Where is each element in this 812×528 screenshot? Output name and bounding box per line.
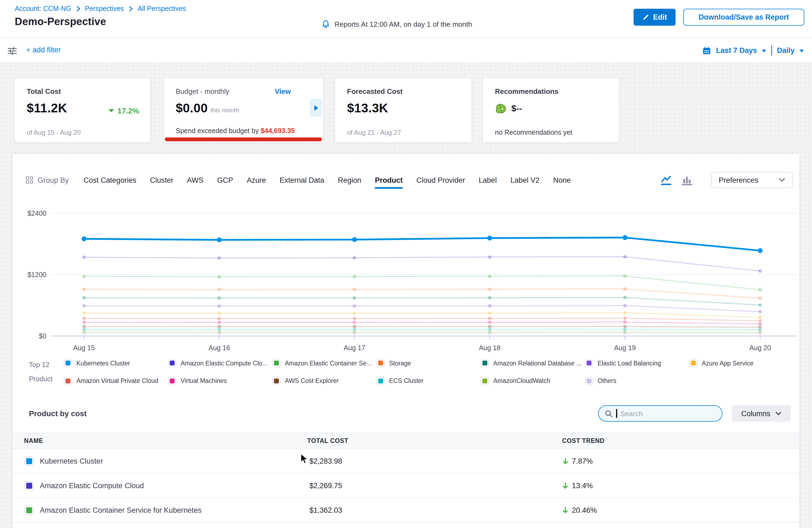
- legend-item-ecs-cluster[interactable]: ECS Cluster: [377, 376, 481, 386]
- data-point[interactable]: [623, 287, 627, 291]
- tab-external-data[interactable]: External Data: [280, 176, 324, 184]
- data-point[interactable]: [487, 236, 492, 240]
- breadcrumb-all-perspectives[interactable]: All Perspectives: [137, 5, 186, 13]
- tab-cloud-provider[interactable]: Cloud Provider: [416, 176, 465, 184]
- data-point[interactable]: [488, 288, 491, 291]
- search-input[interactable]: [620, 409, 708, 417]
- data-point[interactable]: [622, 235, 627, 240]
- tab-region[interactable]: Region: [338, 176, 361, 184]
- legend-item-kubernetes-cluster[interactable]: Kubernetes Cluster: [64, 358, 169, 368]
- data-point[interactable]: [83, 275, 86, 278]
- data-point[interactable]: [353, 275, 356, 278]
- legend-item-azure-app-service[interactable]: Azure App Service: [690, 358, 794, 368]
- granularity-selector[interactable]: Daily: [777, 46, 795, 55]
- legend-item-amazon-elastic-container-se[interactable]: Amazon Elastic Container Se...: [273, 358, 377, 368]
- bar-chart-icon[interactable]: [682, 174, 693, 186]
- table-row-amazon-elastic-container-service-for-kubernetes[interactable]: Amazon Elastic Container Service for Kub…: [13, 498, 799, 523]
- data-point[interactable]: [83, 321, 86, 324]
- data-point[interactable]: [488, 321, 491, 324]
- chevron-down-icon[interactable]: [762, 50, 766, 53]
- data-point[interactable]: [488, 332, 491, 335]
- tab-label[interactable]: Label: [479, 176, 497, 184]
- line-chart-icon[interactable]: [661, 174, 673, 186]
- breadcrumb-account[interactable]: Account: CCM-NG: [15, 5, 71, 13]
- date-range-selector[interactable]: Last 7 Days: [716, 46, 757, 55]
- chart-series-aws-cost-explorer[interactable]: [83, 325, 762, 329]
- data-point[interactable]: [623, 296, 627, 299]
- data-point[interactable]: [623, 321, 627, 324]
- data-point[interactable]: [353, 317, 356, 320]
- legend-item-amazon-virtual-private-cloud[interactable]: Amazon Virtual Private Cloud: [64, 376, 169, 386]
- search-box[interactable]: [598, 405, 723, 422]
- data-point[interactable]: [623, 255, 627, 259]
- data-point[interactable]: [83, 317, 86, 320]
- data-point[interactable]: [353, 288, 356, 291]
- data-point[interactable]: [217, 321, 221, 324]
- tab-cost-categories[interactable]: Cost Categories: [84, 176, 136, 184]
- chart-series-amazon-relational-database-service[interactable]: [83, 296, 762, 307]
- legend-item-elastic-load-balancing[interactable]: Elastic Load Balancing: [585, 358, 690, 368]
- data-point[interactable]: [217, 275, 221, 278]
- legend-item-amazon-elastic-compute-clo[interactable]: Amazon Elastic Compute Clo...: [169, 358, 273, 368]
- data-point[interactable]: [758, 303, 762, 307]
- tab-label-v2[interactable]: Label V2: [510, 176, 540, 184]
- data-point[interactable]: [353, 311, 356, 315]
- data-point[interactable]: [83, 311, 86, 315]
- data-point[interactable]: [488, 296, 491, 299]
- data-point[interactable]: [82, 236, 87, 241]
- legend-item-virtual-machines[interactable]: Virtual Machines: [169, 376, 273, 386]
- column-header-cost-trend[interactable]: COST TREND: [562, 433, 605, 449]
- download-save-report-button[interactable]: Download/Save as Report: [683, 9, 804, 26]
- data-point[interactable]: [758, 310, 762, 314]
- legend-item-amazoncloudwatch[interactable]: AmazonCloudWatch: [481, 376, 585, 386]
- chart-series-amazon-virtual-private-cloud[interactable]: [83, 317, 762, 322]
- budget-view-link[interactable]: View: [275, 87, 291, 96]
- chart-series-virtual-machines[interactable]: [83, 321, 762, 326]
- chart-series-ecs-cluster[interactable]: [83, 327, 762, 331]
- data-point[interactable]: [353, 321, 356, 324]
- data-point[interactable]: [83, 296, 86, 299]
- data-point[interactable]: [353, 256, 356, 260]
- tab-cluster[interactable]: Cluster: [150, 176, 174, 184]
- data-point[interactable]: [217, 237, 222, 243]
- edit-button[interactable]: Edit: [634, 9, 676, 26]
- data-point[interactable]: [217, 332, 221, 335]
- data-point[interactable]: [758, 269, 762, 273]
- data-point[interactable]: [488, 311, 491, 315]
- columns-button[interactable]: Columns: [732, 405, 791, 422]
- chevron-down-icon[interactable]: [799, 50, 804, 53]
- legend-item-amazon-relational-database[interactable]: Amazon Relational Database ...: [481, 358, 585, 368]
- column-header-total-cost[interactable]: TOTAL COST: [307, 433, 348, 449]
- data-point[interactable]: [352, 237, 357, 242]
- data-point[interactable]: [758, 248, 763, 253]
- data-point[interactable]: [758, 288, 762, 292]
- filter-sliders-icon[interactable]: [7, 46, 17, 56]
- breadcrumb-perspectives[interactable]: Perspectives: [85, 5, 124, 13]
- data-point[interactable]: [758, 296, 762, 300]
- data-point[interactable]: [353, 332, 356, 335]
- data-point[interactable]: [623, 332, 627, 335]
- data-point[interactable]: [488, 275, 491, 278]
- data-point[interactable]: [758, 316, 762, 319]
- data-point[interactable]: [217, 304, 221, 308]
- data-point[interactable]: [623, 311, 627, 314]
- tab-azure[interactable]: Azure: [247, 176, 266, 184]
- tab-none[interactable]: None: [553, 176, 571, 184]
- legend-item-aws-cost-explorer[interactable]: AWS Cost Explorer: [273, 376, 377, 386]
- data-point[interactable]: [83, 288, 86, 291]
- data-point[interactable]: [353, 304, 356, 308]
- data-point[interactable]: [623, 274, 627, 278]
- budget-next-button[interactable]: [310, 99, 322, 117]
- legend-item-others[interactable]: Others: [585, 376, 690, 386]
- data-point[interactable]: [217, 288, 221, 291]
- data-point[interactable]: [83, 255, 86, 259]
- table-row-kubernetes-cluster[interactable]: Kubernetes Cluster$2,283.987.87%: [13, 449, 799, 473]
- data-point[interactable]: [217, 296, 221, 300]
- data-point[interactable]: [758, 332, 762, 335]
- data-point[interactable]: [623, 317, 627, 320]
- table-row-amazon-elastic-compute-cloud[interactable]: Amazon Elastic Compute Cloud$2,269.7513.…: [13, 473, 799, 498]
- data-point[interactable]: [488, 304, 491, 308]
- column-header-name[interactable]: NAME: [24, 433, 43, 449]
- data-point[interactable]: [488, 255, 491, 259]
- data-point[interactable]: [83, 332, 86, 335]
